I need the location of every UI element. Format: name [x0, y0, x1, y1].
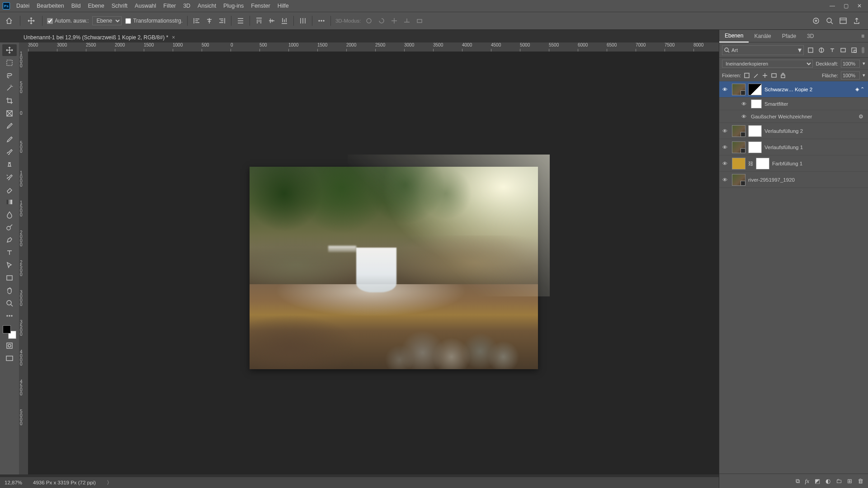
- shape-tool[interactable]: [2, 272, 17, 284]
- smartfilter-row[interactable]: 👁Smartfilter: [719, 98, 868, 110]
- menu-ansicht[interactable]: Ansicht: [194, 3, 220, 9]
- quick-mask-toggle[interactable]: [2, 340, 17, 352]
- panel-tab-kanäle[interactable]: Kanäle: [749, 30, 776, 42]
- filter-pixel-icon[interactable]: [807, 46, 815, 54]
- layer-row[interactable]: 👁Verlaufsfüllung 1: [719, 139, 868, 155]
- visibility-toggle[interactable]: 👁: [721, 177, 729, 183]
- marquee-tool[interactable]: [2, 57, 17, 69]
- filter-toggle-icon[interactable]: [861, 46, 865, 54]
- panel-tab-3d[interactable]: 3D: [802, 30, 819, 42]
- layer-thumbnail[interactable]: [732, 174, 745, 186]
- share-icon[interactable]: [853, 17, 861, 25]
- window-minimize-button[interactable]: —: [826, 3, 839, 9]
- distribute-v-icon[interactable]: [298, 16, 307, 25]
- layer-name[interactable]: Schwarzw… Kopie 2: [764, 87, 853, 92]
- lock-position-icon[interactable]: [762, 72, 768, 79]
- status-more-icon[interactable]: 〉: [107, 479, 112, 486]
- layer-mask-icon[interactable]: ◩: [815, 478, 820, 484]
- lock-pixels-icon[interactable]: [753, 72, 759, 79]
- layer-style-icon[interactable]: fx: [805, 478, 809, 485]
- layer-filter-kind[interactable]: [731, 47, 796, 53]
- new-layer-icon[interactable]: ⊞: [847, 478, 852, 484]
- link-layers-icon[interactable]: ⧉: [796, 478, 800, 485]
- layer-thumbnail[interactable]: [732, 84, 745, 95]
- filter-expand-icon[interactable]: ◈ ⌃: [855, 86, 866, 92]
- menu-3d[interactable]: 3D: [179, 3, 194, 9]
- eyedropper-tool[interactable]: [2, 120, 17, 132]
- menu-datei[interactable]: Datei: [13, 3, 33, 9]
- window-close-button[interactable]: ✕: [853, 3, 866, 9]
- zoom-tool[interactable]: [2, 297, 17, 309]
- visibility-toggle[interactable]: 👁: [721, 128, 729, 134]
- lock-all-icon[interactable]: [780, 72, 786, 79]
- ruler-origin[interactable]: [19, 42, 28, 52]
- layer-mask-thumbnail[interactable]: [748, 125, 762, 137]
- lock-artboard-icon[interactable]: [771, 72, 777, 79]
- crop-tool[interactable]: [2, 95, 17, 107]
- filter-settings-icon[interactable]: ⚙: [859, 113, 866, 120]
- magic-wand-tool[interactable]: [2, 82, 17, 94]
- eraser-tool[interactable]: [2, 183, 17, 195]
- panel-menu-icon[interactable]: ≡: [858, 33, 868, 39]
- align-hcenter-icon[interactable]: [205, 16, 214, 25]
- layer-mask-thumbnail[interactable]: [748, 84, 762, 95]
- smartfilter-row[interactable]: 👁Gaußscher Weichzeichner⚙: [719, 110, 868, 123]
- layer-mask-thumbnail[interactable]: [748, 141, 762, 153]
- search-icon[interactable]: [826, 17, 834, 25]
- lasso-tool[interactable]: [2, 70, 17, 81]
- menu-ebene[interactable]: Ebene: [85, 3, 108, 9]
- document-tab[interactable]: Unbenannt-1 bei 12,9% (Schwarzweiß 1 Kop…: [19, 32, 179, 42]
- more-options-icon[interactable]: [317, 16, 326, 25]
- auto-select-target-select[interactable]: Ebene: [92, 16, 122, 25]
- healing-brush-tool[interactable]: [2, 133, 17, 145]
- dodge-tool[interactable]: [2, 221, 17, 233]
- distribute-icon[interactable]: [236, 16, 245, 25]
- move-tool-indicator[interactable]: [25, 14, 38, 27]
- chevron-down-icon[interactable]: ▾: [863, 61, 865, 66]
- filter-shape-icon[interactable]: [839, 46, 847, 54]
- visibility-toggle[interactable]: 👁: [721, 161, 729, 166]
- layer-filter-select[interactable]: ▾: [722, 45, 804, 55]
- type-tool[interactable]: [2, 247, 17, 258]
- workspace-switcher-icon[interactable]: [839, 17, 847, 25]
- layer-row[interactable]: 👁Schwarzw… Kopie 2◈ ⌃: [719, 81, 868, 98]
- layer-thumbnail[interactable]: [732, 125, 745, 137]
- visibility-toggle[interactable]: 👁: [721, 145, 729, 150]
- pen-tool[interactable]: [2, 234, 17, 246]
- auto-select-checkbox[interactable]: Autom. ausw.:: [47, 18, 89, 24]
- align-bottom-icon[interactable]: [280, 16, 289, 25]
- filter-smart-icon[interactable]: [850, 46, 858, 54]
- layer-thumbnail[interactable]: [732, 158, 745, 169]
- align-right-icon[interactable]: [217, 16, 226, 25]
- ruler-horizontal[interactable]: 3500300025002000150010005000500100015002…: [28, 42, 719, 52]
- edit-toolbar-icon[interactable]: [2, 310, 17, 322]
- move-tool[interactable]: [2, 44, 17, 56]
- gradient-tool[interactable]: [2, 196, 17, 208]
- filter-mask-thumb[interactable]: [751, 99, 762, 108]
- history-brush-tool[interactable]: [2, 171, 17, 183]
- opacity-input[interactable]: [841, 60, 860, 68]
- layer-name[interactable]: Verlaufsfüllung 1: [764, 145, 866, 150]
- layer-row[interactable]: 👁⛓Farbfüllung 1: [719, 155, 868, 172]
- cloud-docs-icon[interactable]: [812, 17, 820, 25]
- layer-name[interactable]: Farbfüllung 1: [772, 161, 866, 166]
- window-maximize-button[interactable]: ▢: [839, 3, 853, 9]
- menu-auswahl[interactable]: Auswahl: [131, 3, 160, 9]
- home-button[interactable]: [3, 14, 15, 27]
- layer-row[interactable]: 👁Verlaufsfüllung 2: [719, 123, 868, 139]
- menu-fenster[interactable]: Fenster: [247, 3, 274, 9]
- panel-tab-ebenen[interactable]: Ebenen: [719, 30, 749, 42]
- align-vcenter-icon[interactable]: [267, 16, 276, 25]
- layer-group-icon[interactable]: 🗀: [836, 478, 842, 484]
- frame-tool[interactable]: [2, 108, 17, 119]
- blur-tool[interactable]: [2, 209, 17, 221]
- transform-controls-checkbox[interactable]: Transformationsstrg.: [125, 18, 183, 24]
- canvas[interactable]: [28, 52, 719, 474]
- chevron-down-icon[interactable]: ▾: [863, 72, 865, 78]
- visibility-toggle[interactable]: 👁: [740, 101, 748, 107]
- layer-name[interactable]: Verlaufsfüllung 2: [764, 128, 866, 134]
- close-tab-icon[interactable]: ×: [172, 34, 175, 41]
- menu-schrift[interactable]: Schrift: [108, 3, 131, 9]
- visibility-toggle[interactable]: 👁: [740, 114, 748, 119]
- blend-mode-select[interactable]: Ineinanderkopieren: [722, 60, 813, 68]
